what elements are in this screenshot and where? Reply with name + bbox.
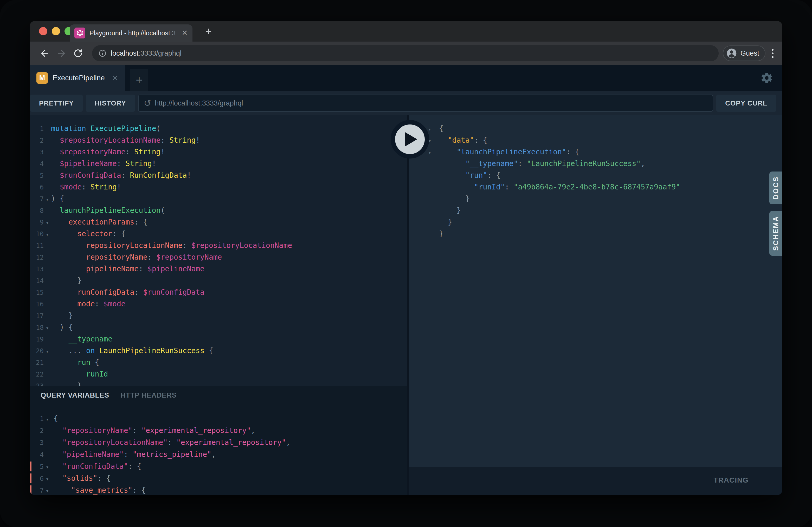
code-text: repositoryName: $repositoryName <box>51 251 222 263</box>
code-line: ▾ "run": { <box>409 169 782 181</box>
code-line: ▾ "runId": "a49b864a-79e2-4be8-b78c-6874… <box>409 181 782 193</box>
code-line: ▾{ <box>409 123 782 134</box>
tracing-bar: TRACING <box>409 467 782 495</box>
code-line: 14▾ } <box>30 275 407 286</box>
tab-close-icon[interactable]: ✕ <box>182 29 188 36</box>
schema-side-tab[interactable]: SCHEMA <box>769 211 782 256</box>
code-text: $repositoryName: String! <box>51 146 165 158</box>
settings-gear-icon[interactable] <box>760 72 773 84</box>
code-line: 15▾ runConfigData: $runConfigData <box>30 286 407 298</box>
line-number: 3 <box>30 146 44 158</box>
fold-arrow-icon[interactable]: ▾ <box>44 473 51 485</box>
browser-tab[interactable]: Playground - http://localhost:3 ✕ <box>70 25 192 42</box>
code-line: 11▾ repositoryLocationName: $repositoryL… <box>30 240 407 251</box>
site-info-icon[interactable] <box>98 49 107 57</box>
line-number: 18 <box>30 322 44 333</box>
code-line: 19▾ __typename <box>30 333 407 345</box>
code-text: "repositoryName": "experimental_reposito… <box>51 425 255 437</box>
query-editor[interactable]: 1▾mutation ExecutePipeline(2▾ $repositor… <box>30 115 407 386</box>
response-viewer[interactable]: ▾{▾ "data": {▾ "launchPipelineExecution"… <box>409 115 782 467</box>
new-tab-button[interactable]: + <box>202 25 215 37</box>
tab-query-variables[interactable]: QUERY VARIABLES <box>41 391 109 400</box>
fold-arrow-icon[interactable]: ▾ <box>44 461 51 473</box>
playground-new-tab-button[interactable]: + <box>130 69 148 91</box>
prettify-button[interactable]: PRETTIFY <box>30 94 83 112</box>
lint-marker <box>30 462 31 471</box>
code-line: ▾ "launchPipelineExecution": { <box>409 146 782 158</box>
playground-tab-close-icon[interactable]: ✕ <box>112 74 118 82</box>
line-number: 2 <box>30 135 44 146</box>
code-text: "pipelineName": "metrics_pipeline", <box>51 449 216 461</box>
code-line: 9▾ executionParams: { <box>30 216 407 228</box>
code-text: "save_metrics": { <box>51 484 146 495</box>
code-line: 23▾ } <box>30 380 407 386</box>
playground-tab-executepipeline[interactable]: M ExecutePipeline ✕ <box>30 65 125 91</box>
code-text: "runId": "a49b864a-79e2-4be8-b78c-687457… <box>439 181 680 193</box>
code-text: } <box>51 310 73 321</box>
back-icon[interactable] <box>39 48 50 59</box>
tracing-toggle[interactable]: TRACING <box>713 476 749 484</box>
variables-tabbar: QUERY VARIABLES HTTP HEADERS <box>30 386 407 405</box>
url-bar[interactable]: localhost:3333/graphql <box>92 45 719 61</box>
forward-icon[interactable] <box>56 48 67 59</box>
code-line: ▾ } <box>409 193 782 205</box>
close-window-button[interactable] <box>39 27 47 35</box>
code-line: 7▾) { <box>30 193 407 205</box>
endpoint-input[interactable]: ↺ http://localhost:3333/graphql <box>138 94 713 112</box>
code-text: ) { <box>51 321 73 333</box>
code-text: run { <box>51 357 99 368</box>
code-text: $pipelineName: String! <box>51 158 156 169</box>
profile-label: Guest <box>740 49 759 57</box>
code-line: 4▾ "pipelineName": "metrics_pipeline", <box>30 449 407 461</box>
line-number: 5 <box>30 170 44 181</box>
response-pane: ▾{▾ "data": {▾ "launchPipelineExecution"… <box>409 115 782 495</box>
url-text: localhost:3333/graphql <box>111 49 182 57</box>
fold-arrow-icon[interactable]: ▾ <box>44 346 51 357</box>
code-line: 2▾ "repositoryName": "experimental_repos… <box>30 425 407 437</box>
fold-arrow-icon[interactable]: ▾ <box>426 147 439 159</box>
code-text: mode: $mode <box>51 298 126 310</box>
fold-arrow-icon[interactable]: ▾ <box>44 194 51 205</box>
mutation-badge: M <box>37 72 48 84</box>
line-number: 3 <box>30 437 44 449</box>
code-text: "runConfigData": { <box>51 461 141 472</box>
fold-arrow-icon[interactable]: ▾ <box>44 229 51 240</box>
line-number: 16 <box>30 298 44 310</box>
docs-side-tab[interactable]: DOCS <box>769 171 782 204</box>
play-icon <box>405 132 417 146</box>
execute-play-button[interactable] <box>391 120 429 159</box>
code-text: repositoryLocationName: $repositoryLocat… <box>51 240 292 251</box>
line-number: 1 <box>30 123 44 135</box>
code-line: 3▾ $repositoryName: String! <box>30 146 407 158</box>
fold-arrow-icon[interactable]: ▾ <box>44 413 51 425</box>
code-text: ... on LaunchPipelineRunSuccess { <box>51 345 213 357</box>
code-line: 1▾{ <box>30 413 407 425</box>
tab-http-headers[interactable]: HTTP HEADERS <box>121 391 177 400</box>
code-text: "data": { <box>439 134 487 146</box>
code-text: $repositoryLocationName: String! <box>51 134 200 146</box>
line-number: 1 <box>30 413 44 425</box>
line-number: 23 <box>30 380 44 386</box>
history-button[interactable]: HISTORY <box>86 94 135 112</box>
code-text: { <box>439 123 444 134</box>
line-number: 11 <box>30 240 44 252</box>
minimize-window-button[interactable] <box>52 27 60 35</box>
reset-endpoint-icon[interactable]: ↺ <box>144 99 151 108</box>
browser-menu-icon[interactable] <box>772 49 773 58</box>
copy-curl-button[interactable]: COPY CURL <box>716 94 776 112</box>
profile-button[interactable]: Guest <box>723 45 766 61</box>
code-line: ▾} <box>409 228 782 240</box>
fold-arrow-icon[interactable]: ▾ <box>44 322 51 334</box>
endpoint-url-text: http://localhost:3333/graphql <box>155 99 243 107</box>
query-variables-editor[interactable]: 1▾{2▾ "repositoryName": "experimental_re… <box>30 405 407 495</box>
query-pane: 1▾mutation ExecutePipeline(2▾ $repositor… <box>30 115 409 495</box>
code-text: } <box>439 205 461 216</box>
code-text: "repositoryLocationName": "experimental_… <box>51 437 290 449</box>
code-text: runId <box>51 368 108 380</box>
line-number: 13 <box>30 263 44 275</box>
reload-icon[interactable] <box>72 48 84 59</box>
fold-arrow-icon[interactable]: ▾ <box>44 217 51 229</box>
fold-arrow-icon[interactable]: ▾ <box>44 485 51 495</box>
line-number: 22 <box>30 368 44 380</box>
code-text: $runConfigData: RunConfigData! <box>51 169 191 181</box>
